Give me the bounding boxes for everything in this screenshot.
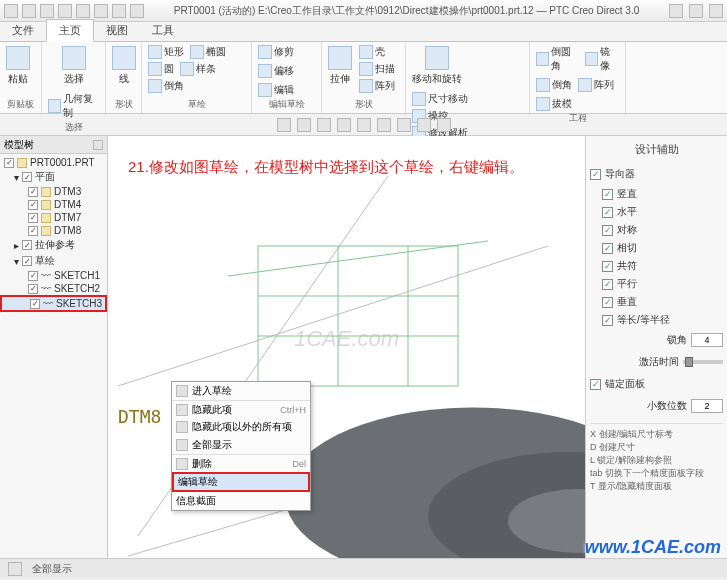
regen-icon[interactable] [94, 4, 108, 18]
status-bar: 全部显示 [0, 558, 727, 578]
chk-perpendicular[interactable]: ✓垂直 [590, 293, 723, 311]
tree-dtm4[interactable]: ✓DTM4 [0, 198, 107, 211]
ctx-info[interactable]: 信息截面 [172, 492, 310, 510]
tree-settings-icon[interactable] [93, 140, 103, 150]
cham2-button[interactable]: 倒角 [534, 77, 574, 93]
chk-horizontal[interactable]: ✓水平 [590, 203, 723, 221]
ctx-enter-sketch[interactable]: 进入草绘 [172, 382, 310, 400]
main-area: 模型树 ✓PRT0001.PRT ▾✓平面 ✓DTM3 ✓DTM4 ✓DTM7 … [0, 136, 727, 558]
undo-icon[interactable] [58, 4, 72, 18]
offset-button[interactable]: 偏移 [256, 63, 296, 79]
svg-line-1 [118, 246, 548, 386]
tree-sketch2[interactable]: ✓〰SKETCH2 [0, 282, 107, 295]
context-menu: 进入草绘 隐藏此项Ctrl+H 隐藏此项以外的所有项 全部显示 删除Del 编辑… [171, 381, 311, 511]
ellipse-button[interactable]: 椭圆 [188, 44, 228, 60]
guide-checkbox[interactable]: ✓ [590, 169, 601, 180]
watermark-brand: www.1CAE.com [585, 537, 721, 558]
datum-icon[interactable] [357, 118, 371, 132]
tree-sketch1[interactable]: ✓〰SKETCH1 [0, 269, 107, 282]
trim-button[interactable]: 修剪 [256, 44, 296, 60]
window-controls [669, 4, 723, 18]
title-bar: PRT0001 (活动的) E:\Creo工作目录\工作文件\0912\Dire… [0, 0, 727, 22]
chk-vertical[interactable]: ✓竖直 [590, 185, 723, 203]
ribbon-tabs: 文件 主页 视图 工具 [0, 22, 727, 42]
group-select: 选择 [46, 121, 101, 134]
axis-icon[interactable] [377, 118, 391, 132]
move-button[interactable]: 移动和旋转 [410, 44, 464, 88]
tab-file[interactable]: 文件 [0, 20, 46, 41]
paste-icon [6, 46, 30, 70]
ribbon: 粘贴 剪贴板 选择 几何复制 选择 线 形状 矩形 椭圆 圆 样条 倒角 草绘 [0, 42, 727, 114]
tree-extrude[interactable]: ▸✓拉伸参考 [0, 237, 107, 253]
round-button[interactable]: 倒圆角 [534, 44, 581, 74]
new-icon[interactable] [4, 4, 18, 18]
rect-button[interactable]: 矩形 [146, 44, 186, 60]
close-doc-icon[interactable] [130, 4, 144, 18]
tab-tool[interactable]: 工具 [140, 20, 186, 41]
zoom-icon[interactable] [297, 118, 311, 132]
dimmove-button[interactable]: 尺寸移动 [410, 91, 470, 107]
status-text: 全部显示 [32, 562, 72, 576]
select-button[interactable]: 选择 [46, 44, 101, 88]
anim-slider[interactable] [683, 360, 723, 364]
pattern-button[interactable]: 阵列 [357, 78, 397, 94]
paste-button[interactable]: 粘贴 [4, 44, 32, 88]
chk-parallel[interactable]: ✓平行 [590, 275, 723, 293]
sweep-button[interactable]: 扫描 [357, 61, 397, 77]
ctx-hide-others[interactable]: 隐藏此项以外的所有项 [172, 418, 310, 436]
tree-dtm8[interactable]: ✓DTM8 [0, 224, 107, 237]
minimize-icon[interactable] [669, 4, 683, 18]
save-icon[interactable] [40, 4, 54, 18]
tab-view[interactable]: 视图 [94, 20, 140, 41]
tree-dtm7[interactable]: ✓DTM7 [0, 211, 107, 224]
graphics-canvas[interactable]: 21.修改如图草绘，在模型树中选择到这个草绘，右键编辑。 1CAE.com DT… [108, 136, 585, 558]
fit-icon[interactable] [277, 118, 291, 132]
repaint-icon[interactable] [317, 118, 331, 132]
group-editsketch: 编辑草绘 [256, 98, 317, 111]
shell-button[interactable]: 壳 [357, 44, 397, 60]
extrude-button[interactable]: 拉伸 [326, 44, 354, 94]
model-tree[interactable]: ✓PRT0001.PRT ▾✓平面 ✓DTM3 ✓DTM4 ✓DTM7 ✓DTM… [0, 154, 107, 314]
chk-symmetric[interactable]: ✓对称 [590, 221, 723, 239]
chamfer-button[interactable]: 倒角 [146, 78, 186, 94]
shape-button[interactable]: 线 [110, 44, 138, 88]
geom-copy-button[interactable]: 几何复制 [46, 91, 101, 121]
annot-icon[interactable] [437, 118, 451, 132]
window-icon[interactable] [112, 4, 126, 18]
decimals-input[interactable] [691, 399, 723, 413]
spline-button[interactable]: 样条 [178, 61, 218, 77]
mirror-button[interactable]: 镜像 [583, 44, 621, 74]
ctx-show-all[interactable]: 全部显示 [172, 436, 310, 454]
tree-sketch-group[interactable]: ▾✓草绘 [0, 253, 107, 269]
csys-icon[interactable] [417, 118, 431, 132]
tree-root[interactable]: ✓PRT0001.PRT [0, 156, 107, 169]
ctx-delete[interactable]: 删除Del [172, 454, 310, 472]
chk-coincident[interactable]: ✓共符 [590, 257, 723, 275]
group-clipboard: 剪贴板 [4, 98, 37, 111]
tree-planes[interactable]: ▾✓平面 [0, 169, 107, 185]
group-form: 形状 [326, 98, 401, 111]
lock-angle-input[interactable] [691, 333, 723, 347]
arr2-button[interactable]: 阵列 [576, 77, 616, 93]
key-hints: X 创建/编辑尺寸标考 D 创建尺寸 L 锁定/解除建构参照 tab 切换下一个… [590, 423, 723, 493]
tree-dtm3[interactable]: ✓DTM3 [0, 185, 107, 198]
point-icon[interactable] [397, 118, 411, 132]
open-icon[interactable] [22, 4, 36, 18]
edit-button[interactable]: 编辑 [256, 82, 296, 98]
close-icon[interactable] [709, 4, 723, 18]
svg-rect-3 [258, 246, 458, 386]
disp-icon[interactable] [337, 118, 351, 132]
delete-icon [176, 458, 188, 470]
chk-tangent[interactable]: ✓相切 [590, 239, 723, 257]
tree-sketch3[interactable]: ✓〰SKETCH3 [0, 295, 107, 312]
maximize-icon[interactable] [689, 4, 703, 18]
draft-button[interactable]: 拔模 [534, 96, 621, 112]
grid-checkbox[interactable]: ✓ [590, 379, 601, 390]
group-shape: 形状 [110, 98, 137, 111]
tab-home[interactable]: 主页 [46, 19, 94, 42]
chk-equal[interactable]: ✓等长/等半径 [590, 311, 723, 329]
ctx-edit-definition[interactable]: 编辑草绘 [172, 472, 310, 492]
ctx-hide-item[interactable]: 隐藏此项Ctrl+H [172, 400, 310, 418]
redo-icon[interactable] [76, 4, 90, 18]
circle-button[interactable]: 圆 [146, 61, 176, 77]
